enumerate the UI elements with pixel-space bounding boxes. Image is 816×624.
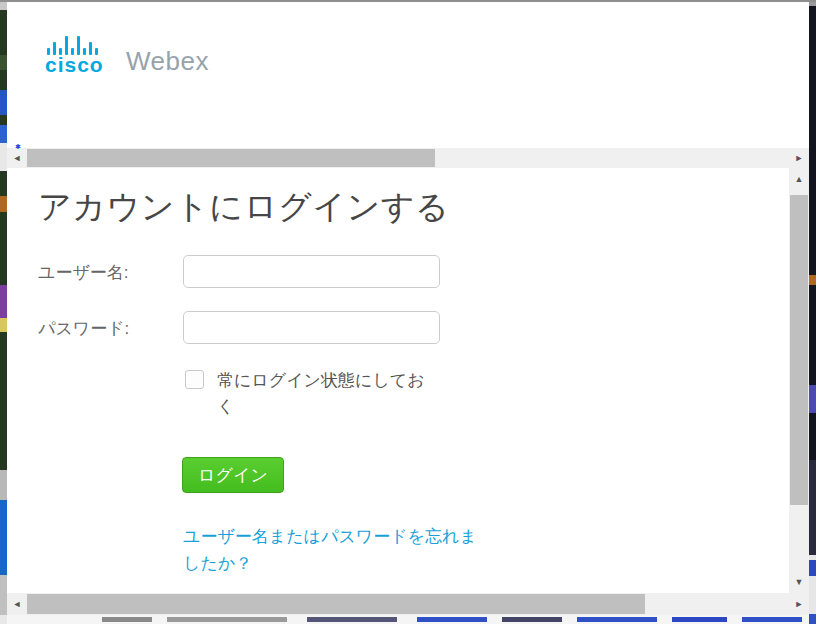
scroll-left-icon[interactable]: ◄ — [7, 593, 27, 615]
background-fragment — [742, 617, 802, 622]
background-fragment — [672, 617, 727, 622]
background-fragment — [809, 614, 816, 624]
scrollbar-thumb[interactable] — [790, 195, 808, 505]
password-input[interactable] — [183, 311, 440, 344]
background-fragment — [0, 318, 7, 332]
login-button[interactable]: ログイン — [182, 457, 284, 493]
background-fragment — [0, 500, 7, 575]
keep-logged-in-checkbox[interactable] — [185, 370, 204, 389]
scroll-right-icon[interactable]: ► — [789, 593, 809, 615]
background-fragment — [0, 196, 7, 212]
screen: cisco Webex ◄ ► ✱ アカウントにログインする ユーザー名: パス… — [0, 0, 816, 624]
keep-logged-in-label: 常にログイン状態にしておく — [217, 368, 432, 419]
background-fragment — [809, 460, 816, 555]
username-input[interactable] — [183, 255, 440, 288]
password-label: パスワード: — [38, 317, 129, 340]
background-fragment — [0, 615, 7, 624]
background-fragment — [0, 470, 7, 500]
background-fragment — [0, 125, 7, 143]
horizontal-scrollbar-bottom[interactable]: ◄ ► — [7, 593, 809, 615]
background-fragment — [167, 617, 287, 622]
username-label: ユーザー名: — [38, 261, 129, 284]
scroll-up-icon[interactable]: ▲ — [789, 170, 809, 188]
background-fragment — [0, 55, 7, 70]
page-title: アカウントにログインする — [38, 185, 449, 230]
background-page-sliver-bottom — [7, 615, 809, 624]
webex-wordmark: Webex — [126, 46, 209, 77]
cisco-wordmark: cisco — [45, 53, 104, 77]
background-fragment — [0, 575, 7, 615]
scrollbar-thumb[interactable] — [27, 594, 645, 614]
background-fragment — [577, 617, 657, 622]
cisco-logo-icon — [47, 35, 98, 55]
background-fragment — [102, 617, 152, 622]
background-fragment — [0, 143, 7, 171]
background-fragment — [809, 275, 816, 285]
background-fragment — [502, 617, 562, 622]
scroll-left-icon[interactable]: ◄ — [7, 148, 27, 168]
webex-login-dialog: cisco Webex ◄ ► ✱ アカウントにログインする ユーザー名: パス… — [7, 2, 809, 615]
background-page-sliver-right — [809, 0, 816, 624]
background-fragment — [809, 385, 816, 413]
background-page-sliver-left — [0, 0, 7, 624]
background-fragment — [307, 617, 397, 622]
scrollbar-thumb[interactable] — [27, 149, 435, 167]
scroll-down-icon[interactable]: ▼ — [789, 573, 809, 591]
forgot-credentials-link[interactable]: ユーザー名またはパスワードを忘れましたか？ — [183, 523, 488, 577]
blue-dot-artifact: ✱ — [15, 144, 20, 149]
background-fragment — [0, 90, 7, 115]
vertical-scrollbar[interactable]: ▲ ▼ — [789, 168, 809, 593]
horizontal-scrollbar-top[interactable]: ◄ ► — [7, 148, 809, 168]
background-fragment — [809, 560, 816, 576]
scroll-right-icon[interactable]: ► — [789, 148, 809, 168]
background-fragment — [417, 617, 487, 622]
background-fragment — [0, 285, 7, 318]
